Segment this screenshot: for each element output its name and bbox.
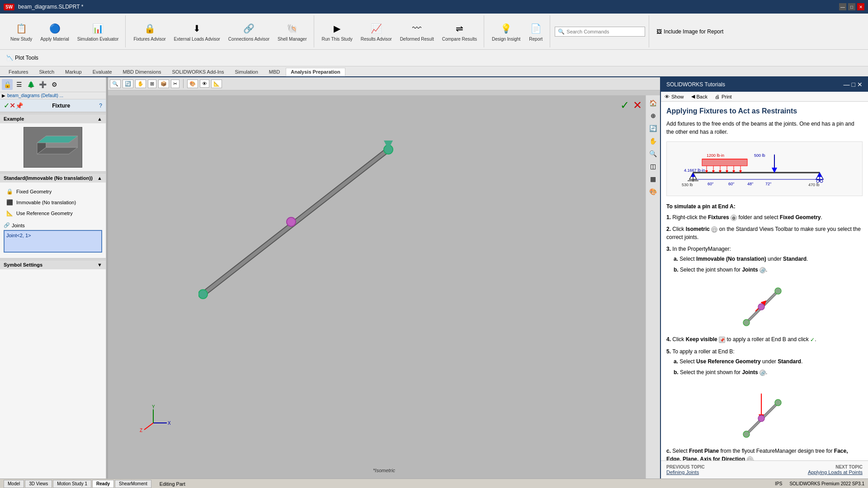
fixture-pin-icon[interactable]: 📌 — [15, 102, 23, 109]
example-svg — [28, 131, 78, 163]
tab-markup[interactable]: Markup — [60, 68, 87, 75]
status-tab-motion-study[interactable]: Motion Study 1 — [53, 480, 91, 488]
tab-evaluate[interactable]: Evaluate — [88, 68, 117, 75]
step3b-letter: b. — [674, 267, 679, 273]
tool-display-style[interactable]: 🎨 — [647, 186, 659, 197]
view-btn-pan[interactable]: ✋ — [135, 80, 146, 88]
panel-btn-fixture[interactable]: 🔒 — [2, 79, 13, 90]
shell-manager-button[interactable]: 🐚 Shell Manager — [274, 16, 310, 47]
keep-visible-bold-4: Keep visible — [686, 336, 717, 343]
tutorial-title: Applying Fixtures to Act as Restraints — [666, 107, 863, 115]
minimize-button[interactable]: — — [839, 3, 846, 10]
deformed-icon: 〰 — [410, 21, 424, 36]
view-btn-reference[interactable]: 📐 — [211, 80, 222, 88]
new-study-button[interactable]: 📋 New Study — [7, 16, 35, 47]
tool-pan[interactable]: ✋ — [647, 135, 659, 147]
tab-features[interactable]: Features — [4, 68, 33, 75]
accept-icon[interactable]: ✓ — [620, 99, 629, 112]
tool-zoom-fit[interactable]: ⊕ — [647, 110, 659, 122]
close-button[interactable]: ✕ — [857, 3, 864, 10]
fixture-ok-icon[interactable]: ✓ — [4, 101, 9, 110]
run-study-label: Run This Study — [322, 37, 353, 42]
symbol-section-header[interactable]: Symbol Settings ▼ — [0, 260, 106, 269]
symbol-collapse-icon: ▼ — [97, 262, 102, 267]
fixtures-advisor-button[interactable]: 🔒 Fixtures Advisor — [130, 16, 169, 47]
tutorial-content: Applying Fixtures to Act as Restraints A… — [661, 102, 868, 460]
tab-solidworks-addins[interactable]: SOLIDWORKS Add-Ins — [167, 68, 229, 75]
title-bar-controls[interactable]: — □ ✕ — [839, 3, 864, 10]
viewport-canvas[interactable]: ✓ ✕ — [108, 95, 660, 479]
tutorial-close-btn[interactable]: ✕ — [857, 81, 863, 88]
panel-btn-tree[interactable]: 🌲 — [25, 79, 36, 90]
tool-section[interactable]: ◫ — [647, 160, 659, 172]
svg-rect-17 — [702, 159, 747, 166]
standard-section-header[interactable]: Standard(Immovable (No translation)) ▲ — [0, 173, 106, 183]
back-button[interactable]: ◀ Back — [691, 94, 708, 99]
view-btn-section[interactable]: ✂ — [171, 80, 179, 88]
tool-rotate[interactable]: 🔄 — [647, 122, 659, 134]
compare-results-button[interactable]: ⇌ Compare Results — [439, 16, 480, 47]
fixture-cancel-icon[interactable]: ✕ — [9, 101, 15, 110]
help-icon[interactable]: ? — [99, 103, 102, 109]
external-loads-button[interactable]: ⬇ External Loads Advisor — [171, 16, 223, 47]
status-tab-3d-views[interactable]: 3D Views — [25, 480, 52, 488]
design-insight-button[interactable]: 💡 Design Insight — [489, 16, 524, 47]
status-tab-shearmoment[interactable]: ShearMoment — [115, 480, 151, 488]
view-btn-rotate[interactable]: 🔄 — [123, 80, 133, 88]
step2-num: 2. — [666, 226, 671, 232]
panel-btn-config[interactable]: ⚙ — [49, 79, 60, 90]
show-button[interactable]: 👁 Show — [665, 94, 684, 99]
joint-diagram-5 — [666, 380, 863, 443]
apply-material-label: Apply Material — [40, 37, 69, 42]
view-btn-perspective[interactable]: 📦 — [158, 80, 169, 88]
tab-mbd-dimensions[interactable]: MBD Dimensions — [118, 68, 166, 75]
tab-sketch[interactable]: Sketch — [34, 68, 59, 75]
plot-tools-button[interactable]: 📉 Plot Tools — [4, 54, 41, 62]
search-box[interactable]: 🔍 — [555, 27, 645, 37]
units-label: IPS — [775, 481, 782, 486]
status-tab-model[interactable]: Model — [4, 480, 24, 488]
tutorial-maximize-btn[interactable]: □ — [852, 81, 855, 88]
include-image-button[interactable]: 🖼 Include Image for Report — [654, 28, 726, 36]
results-advisor-button[interactable]: 📈 Results Advisor — [358, 16, 395, 47]
tool-zoom[interactable]: 🔍 — [647, 148, 659, 160]
svg-text:Z: Z — [140, 428, 142, 433]
tab-mbd[interactable]: MBD — [264, 68, 285, 75]
view-btn-display[interactable]: 🎨 — [187, 80, 198, 88]
option-fixed-geometry[interactable]: 🔒 Fixed Geometry — [4, 186, 102, 197]
tab-analysis-preparation[interactable]: Analysis Preparation — [286, 68, 345, 76]
status-tab-ready[interactable]: Ready — [92, 480, 114, 488]
view-btn-fit[interactable]: ⊞ — [148, 80, 156, 88]
panel-btn-list[interactable]: ☰ — [14, 79, 24, 90]
joint-connector-icon: 🔗 — [4, 222, 10, 228]
apply-material-button[interactable]: 🔵 Apply Material — [37, 16, 72, 47]
ref-geo-bold: Use Reference Geometry — [696, 358, 761, 365]
joint-input-area[interactable]: Joint<2, 1> — [4, 230, 102, 253]
option-reference-geometry[interactable]: 📐 Use Reference Geometry — [4, 208, 102, 219]
panel-btn-add[interactable]: ➕ — [37, 79, 48, 90]
maximize-button[interactable]: □ — [848, 3, 855, 10]
view-btn-zoom[interactable]: 🔍 — [110, 80, 121, 88]
tool-display-mode[interactable]: ▦ — [647, 173, 659, 185]
reject-icon[interactable]: ✕ — [633, 99, 642, 112]
status-right: IPS SOLIDWORKS Premium 2022 SP3.1 — [775, 481, 864, 486]
tutorial-minimize-btn[interactable]: — — [844, 81, 850, 88]
deformed-result-button[interactable]: 〰 Deformed Result — [397, 16, 437, 47]
viewport: 🔍 🔄 ✋ ⊞ 📦 ✂ 🎨 👁 📐 ✓ ✕ — [108, 77, 660, 479]
svg-point-38 — [820, 180, 823, 183]
view-btn-hide[interactable]: 👁 — [200, 80, 209, 88]
simulation-evaluator-button[interactable]: 📊 Simulation Evaluator — [74, 16, 122, 47]
connections-advisor-button[interactable]: 🔗 Connections Advisor — [225, 16, 273, 47]
print-button[interactable]: 🖨 Print — [715, 94, 732, 99]
tool-view[interactable]: 🏠 — [647, 97, 659, 109]
run-study-icon: ▶ — [330, 21, 344, 36]
prev-topic-link[interactable]: Defining Joints — [666, 469, 705, 475]
next-topic-link[interactable]: Applying Loads at Points — [808, 469, 863, 475]
option-immovable[interactable]: ⬛ Immovable (No translation) — [4, 197, 102, 208]
search-input[interactable] — [566, 29, 639, 34]
report-button[interactable]: 📄 Report — [525, 16, 546, 47]
immovable-bold: Immovable (No translation) — [696, 256, 766, 262]
tab-simulation[interactable]: Simulation — [230, 68, 263, 75]
run-study-button[interactable]: ▶ Run This Study — [319, 16, 356, 47]
example-section-header[interactable]: Example ▲ — [0, 114, 106, 123]
